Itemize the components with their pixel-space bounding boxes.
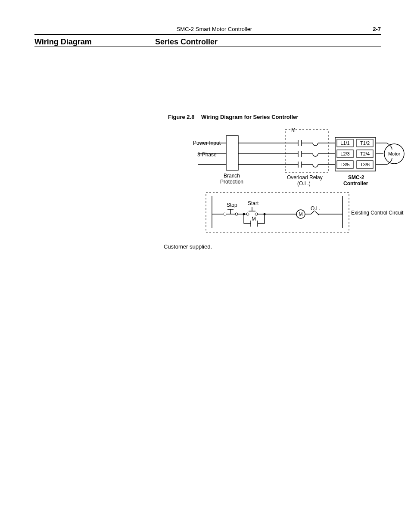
motor-label: Motor	[388, 151, 400, 156]
ol-contact-label: O.L.	[311, 205, 321, 212]
figure-caption: Wiring Diagram for Series Controller	[201, 114, 298, 120]
three-phase-label: 3-Phase	[197, 152, 217, 158]
branch-label-1: Branch	[224, 173, 240, 179]
page-number: 2-7	[373, 26, 381, 32]
existing-label: Existing Control Circuit	[351, 210, 403, 216]
figure-footnote: Customer supplied.	[164, 243, 381, 250]
m-aux-label: M	[252, 216, 256, 222]
svg-point-41	[246, 213, 249, 215]
coil-m-label: M	[299, 212, 302, 217]
terminal-l3: L3/5	[340, 162, 349, 167]
rule-thin	[34, 47, 381, 47]
terminal-l2: L2/3	[340, 151, 349, 156]
section-title-left: Wiring Diagram	[34, 37, 155, 47]
terminal-l1: L1/1	[340, 140, 349, 146]
svg-rect-0	[226, 136, 238, 170]
stop-label: Stop	[227, 202, 237, 208]
terminal-t3: T3/6	[360, 162, 370, 167]
svg-point-38	[235, 213, 238, 215]
controller-label-2: Controller	[343, 180, 368, 187]
section-title-right: Series Controller	[155, 37, 381, 47]
svg-point-34	[224, 213, 226, 215]
svg-point-45	[255, 213, 258, 215]
start-label: Start	[248, 200, 258, 206]
power-input-label: Power Input	[193, 140, 221, 146]
rule-thick	[34, 34, 381, 35]
svg-line-58	[315, 212, 319, 215]
branch-label-2: Protection	[220, 179, 243, 185]
wiring-diagram: L1/1 T1/2 L2/3 T2/4 L3/5 T3/6 M Motor Po…	[159, 128, 411, 236]
m-contactor-label: M	[291, 127, 296, 133]
figure-number: Figure 2.8	[168, 114, 194, 120]
terminal-t2: T2/4	[360, 151, 370, 156]
controller-label-1: SMC-2	[348, 174, 364, 180]
terminal-t1: T1/2	[360, 140, 370, 146]
overload-label-2: (O.L.)	[297, 180, 311, 187]
svg-rect-1	[285, 130, 328, 173]
svg-rect-31	[206, 193, 349, 232]
overload-label-1: Overload Relay	[287, 174, 323, 180]
running-header: SMC-2 Smart Motor Controller	[177, 26, 252, 32]
